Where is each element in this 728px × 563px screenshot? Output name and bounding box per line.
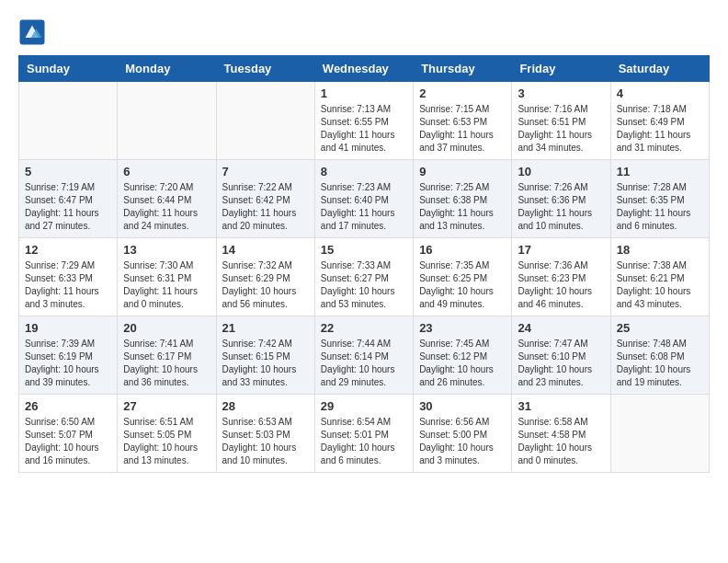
day-number: 20 [123,321,210,335]
header [18,18,710,46]
day-info: Sunrise: 7:39 AM Sunset: 6:19 PM Dayligh… [25,338,111,389]
weekday-header-friday: Friday [512,56,610,82]
day-number: 11 [617,165,703,178]
day-number: 16 [419,243,506,257]
day-number: 10 [518,165,604,178]
calendar-week-row: 19Sunrise: 7:39 AM Sunset: 6:19 PM Dayli… [19,316,710,395]
day-info: Sunrise: 7:23 AM Sunset: 6:40 PM Dayligh… [321,181,407,233]
calendar-cell: 2Sunrise: 7:15 AM Sunset: 6:53 PM Daylig… [414,82,512,160]
calendar-table: SundayMondayTuesdayWednesdayThursdayFrid… [18,55,710,473]
day-number: 18 [617,243,703,257]
day-number: 15 [321,243,407,257]
day-info: Sunrise: 6:58 AM Sunset: 4:58 PM Dayligh… [518,416,604,467]
day-number: 30 [419,399,506,413]
weekday-header-saturday: Saturday [610,56,709,82]
calendar-cell: 25Sunrise: 7:48 AM Sunset: 6:08 PM Dayli… [610,316,709,395]
calendar-cell: 8Sunrise: 7:23 AM Sunset: 6:40 PM Daylig… [314,160,413,238]
calendar-cell: 19Sunrise: 7:39 AM Sunset: 6:19 PM Dayli… [19,316,118,395]
weekday-header-wednesday: Wednesday [314,56,413,82]
day-info: Sunrise: 7:41 AM Sunset: 6:17 PM Dayligh… [123,338,210,389]
weekday-header-row: SundayMondayTuesdayWednesdayThursdayFrid… [19,56,710,82]
calendar-cell [19,82,118,160]
day-info: Sunrise: 7:26 AM Sunset: 6:36 PM Dayligh… [518,181,604,233]
calendar-cell: 1Sunrise: 7:13 AM Sunset: 6:55 PM Daylig… [314,82,413,160]
calendar-cell [610,395,709,473]
calendar-cell: 15Sunrise: 7:33 AM Sunset: 6:27 PM Dayli… [314,238,413,316]
day-info: Sunrise: 6:51 AM Sunset: 5:05 PM Dayligh… [123,416,210,467]
day-info: Sunrise: 7:18 AM Sunset: 6:49 PM Dayligh… [617,103,703,155]
calendar-week-row: 1Sunrise: 7:13 AM Sunset: 6:55 PM Daylig… [19,82,710,160]
day-number: 19 [25,321,111,335]
calendar-cell: 9Sunrise: 7:25 AM Sunset: 6:38 PM Daylig… [414,160,512,238]
day-number: 31 [518,399,604,413]
calendar-cell: 20Sunrise: 7:41 AM Sunset: 6:17 PM Dayli… [118,316,216,395]
day-info: Sunrise: 7:25 AM Sunset: 6:38 PM Dayligh… [419,181,506,233]
calendar-cell: 6Sunrise: 7:20 AM Sunset: 6:44 PM Daylig… [118,160,216,238]
calendar-cell: 11Sunrise: 7:28 AM Sunset: 6:35 PM Dayli… [610,160,709,238]
day-info: Sunrise: 7:20 AM Sunset: 6:44 PM Dayligh… [123,181,210,233]
day-number: 21 [222,321,309,335]
calendar-cell: 29Sunrise: 6:54 AM Sunset: 5:01 PM Dayli… [314,395,413,473]
logo-icon [18,18,46,46]
calendar-cell: 17Sunrise: 7:36 AM Sunset: 6:23 PM Dayli… [512,238,610,316]
calendar-cell: 5Sunrise: 7:19 AM Sunset: 6:47 PM Daylig… [19,160,118,238]
day-number: 13 [123,243,210,257]
calendar-cell: 14Sunrise: 7:32 AM Sunset: 6:29 PM Dayli… [216,238,314,316]
day-number: 27 [123,399,210,413]
logo [18,18,50,46]
calendar-cell: 22Sunrise: 7:44 AM Sunset: 6:14 PM Dayli… [314,316,413,395]
day-number: 26 [25,399,111,413]
weekday-header-sunday: Sunday [19,56,118,82]
calendar-cell: 24Sunrise: 7:47 AM Sunset: 6:10 PM Dayli… [512,316,610,395]
day-info: Sunrise: 7:28 AM Sunset: 6:35 PM Dayligh… [617,181,703,233]
day-number: 5 [25,165,111,178]
day-number: 25 [617,321,703,335]
calendar-week-row: 26Sunrise: 6:50 AM Sunset: 5:07 PM Dayli… [19,395,710,473]
calendar-cell: 7Sunrise: 7:22 AM Sunset: 6:42 PM Daylig… [216,160,314,238]
day-info: Sunrise: 6:54 AM Sunset: 5:01 PM Dayligh… [321,416,407,467]
day-number: 7 [222,165,309,178]
day-number: 4 [617,86,703,100]
calendar-cell [118,82,216,160]
day-number: 17 [518,243,604,257]
calendar-cell: 10Sunrise: 7:26 AM Sunset: 6:36 PM Dayli… [512,160,610,238]
day-info: Sunrise: 6:50 AM Sunset: 5:07 PM Dayligh… [25,416,111,467]
day-info: Sunrise: 7:36 AM Sunset: 6:23 PM Dayligh… [518,259,604,311]
calendar-cell: 16Sunrise: 7:35 AM Sunset: 6:25 PM Dayli… [414,238,512,316]
day-info: Sunrise: 6:56 AM Sunset: 5:00 PM Dayligh… [419,416,506,467]
calendar-cell: 27Sunrise: 6:51 AM Sunset: 5:05 PM Dayli… [118,395,216,473]
day-info: Sunrise: 7:15 AM Sunset: 6:53 PM Dayligh… [419,103,506,155]
day-info: Sunrise: 7:22 AM Sunset: 6:42 PM Dayligh… [222,181,309,233]
calendar-cell: 18Sunrise: 7:38 AM Sunset: 6:21 PM Dayli… [610,238,709,316]
day-number: 24 [518,321,604,335]
day-info: Sunrise: 7:29 AM Sunset: 6:33 PM Dayligh… [25,259,111,311]
day-number: 2 [419,86,506,100]
weekday-header-monday: Monday [118,56,216,82]
calendar-cell: 28Sunrise: 6:53 AM Sunset: 5:03 PM Dayli… [216,395,314,473]
day-number: 3 [518,86,604,100]
day-number: 23 [419,321,506,335]
day-info: Sunrise: 7:13 AM Sunset: 6:55 PM Dayligh… [321,103,407,155]
day-info: Sunrise: 7:48 AM Sunset: 6:08 PM Dayligh… [617,338,703,389]
calendar-cell: 23Sunrise: 7:45 AM Sunset: 6:12 PM Dayli… [414,316,512,395]
calendar-week-row: 12Sunrise: 7:29 AM Sunset: 6:33 PM Dayli… [19,238,710,316]
day-number: 29 [321,399,407,413]
calendar-week-row: 5Sunrise: 7:19 AM Sunset: 6:47 PM Daylig… [19,160,710,238]
day-info: Sunrise: 6:53 AM Sunset: 5:03 PM Dayligh… [222,416,309,467]
day-number: 9 [419,165,506,178]
day-info: Sunrise: 7:35 AM Sunset: 6:25 PM Dayligh… [419,259,506,311]
day-info: Sunrise: 7:44 AM Sunset: 6:14 PM Dayligh… [321,338,407,389]
day-info: Sunrise: 7:38 AM Sunset: 6:21 PM Dayligh… [617,259,703,311]
day-number: 28 [222,399,309,413]
day-number: 1 [321,86,407,100]
day-number: 12 [25,243,111,257]
weekday-header-tuesday: Tuesday [216,56,314,82]
day-info: Sunrise: 7:45 AM Sunset: 6:12 PM Dayligh… [419,338,506,389]
day-info: Sunrise: 7:42 AM Sunset: 6:15 PM Dayligh… [222,338,309,389]
day-number: 6 [123,165,210,178]
day-info: Sunrise: 7:33 AM Sunset: 6:27 PM Dayligh… [321,259,407,311]
calendar-cell: 3Sunrise: 7:16 AM Sunset: 6:51 PM Daylig… [512,82,610,160]
day-number: 14 [222,243,309,257]
day-info: Sunrise: 7:19 AM Sunset: 6:47 PM Dayligh… [25,181,111,233]
calendar-cell: 12Sunrise: 7:29 AM Sunset: 6:33 PM Dayli… [19,238,118,316]
